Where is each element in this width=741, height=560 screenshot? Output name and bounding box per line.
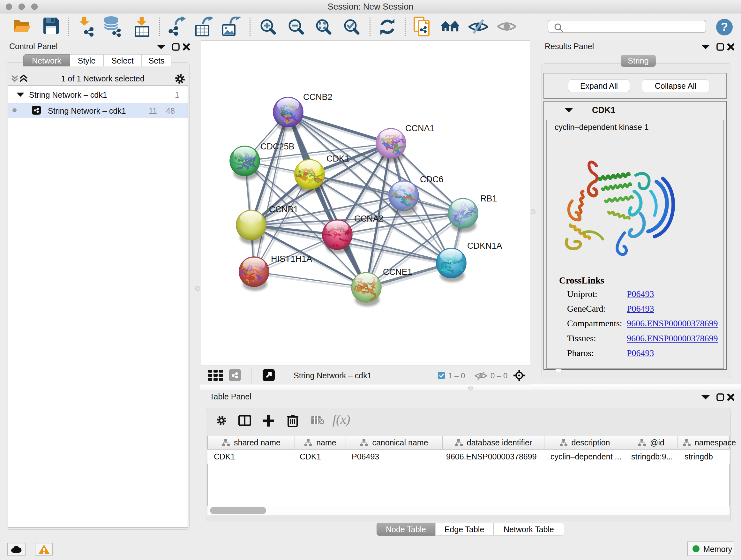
svg-text:HIST1H1A: HIST1H1A xyxy=(271,254,312,264)
svg-text:CCNB1: CCNB1 xyxy=(269,205,298,214)
svg-text:CDC25B: CDC25B xyxy=(260,142,294,151)
svg-text:CCNA1: CCNA1 xyxy=(405,124,434,133)
svg-text:CCNA2: CCNA2 xyxy=(354,214,384,224)
svg-text:CDC6: CDC6 xyxy=(420,175,444,184)
svg-text:CDK1: CDK1 xyxy=(327,154,349,164)
svg-text:CCNB2: CCNB2 xyxy=(303,92,333,102)
svg-text:CCNE1: CCNE1 xyxy=(383,267,412,277)
svg-text:CDKN1A: CDKN1A xyxy=(467,241,502,251)
svg-text:?: ? xyxy=(721,20,728,34)
svg-text:RB1: RB1 xyxy=(480,194,497,203)
